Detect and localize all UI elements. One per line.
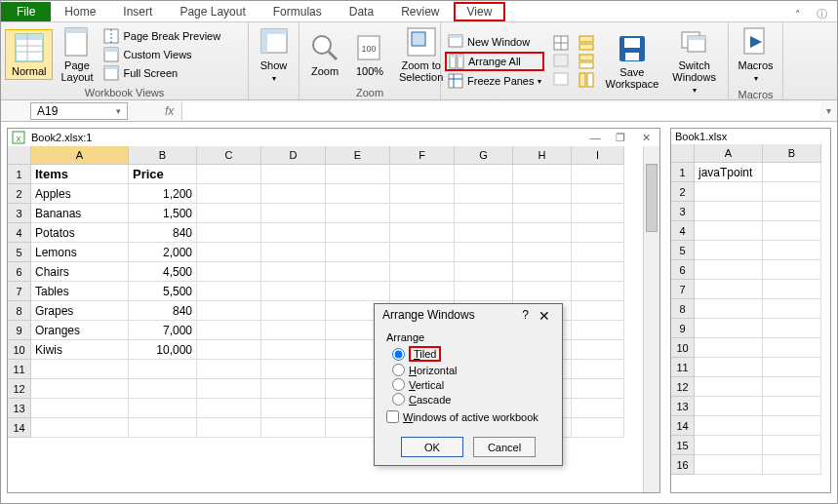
cell[interactable] (326, 204, 390, 223)
cell[interactable]: 2,000 (129, 243, 197, 262)
cell[interactable]: 5,500 (129, 282, 197, 301)
cell[interactable] (455, 262, 513, 282)
custom-views-button[interactable]: Custom Views (100, 46, 223, 63)
cell[interactable] (695, 221, 763, 241)
row-header[interactable]: 13 (8, 399, 31, 418)
cell[interactable]: Bananas (31, 204, 129, 223)
ok-button[interactable]: OK (401, 437, 463, 457)
cell[interactable] (31, 379, 129, 399)
column-header[interactable]: I (572, 146, 624, 165)
row-header[interactable]: 7 (671, 280, 695, 299)
row-header[interactable]: 6 (671, 260, 695, 280)
cell[interactable]: Tables (31, 282, 129, 301)
cell[interactable] (572, 223, 624, 243)
cell[interactable] (695, 358, 763, 377)
new-window-button[interactable]: New Window (445, 33, 544, 51)
row-header[interactable]: 4 (8, 223, 31, 243)
cell[interactable]: Oranges (31, 321, 129, 340)
cell[interactable] (129, 360, 197, 379)
side-by-side-button[interactable] (576, 34, 597, 52)
row-header[interactable]: 9 (8, 321, 31, 340)
arrange-all-button[interactable]: Arrange All (445, 52, 544, 71)
cell[interactable] (261, 399, 326, 418)
cell[interactable] (695, 319, 763, 338)
unhide-button[interactable] (550, 71, 572, 89)
row-header[interactable]: 10 (8, 340, 31, 360)
cell[interactable] (261, 165, 326, 184)
cell[interactable] (572, 301, 624, 321)
cell[interactable] (513, 282, 572, 301)
reset-pos-button[interactable] (576, 71, 597, 89)
radio-cascade-input[interactable] (392, 393, 405, 406)
cell[interactable]: Kiwis (31, 340, 129, 360)
cell[interactable] (31, 399, 129, 418)
cell[interactable] (261, 379, 326, 399)
row-header[interactable]: 8 (8, 301, 31, 321)
radio-tiled[interactable]: Tiled (386, 345, 550, 363)
cell[interactable] (763, 163, 821, 182)
split-button[interactable] (550, 34, 572, 52)
formula-input[interactable] (181, 102, 820, 120)
tab-file[interactable]: File (1, 2, 51, 21)
help-icon[interactable]: ⓘ (807, 7, 837, 21)
tab-view[interactable]: View (454, 2, 506, 21)
cell[interactable] (763, 260, 821, 280)
checkbox-active-workbook-input[interactable] (386, 410, 399, 423)
cell[interactable] (390, 243, 455, 262)
cell[interactable] (129, 379, 197, 399)
radio-cascade[interactable]: Cascade (386, 392, 550, 407)
cell[interactable] (513, 165, 572, 184)
cell[interactable]: 4,500 (129, 262, 197, 282)
row-header[interactable]: 1 (671, 163, 695, 182)
page-layout-view-button[interactable]: Page Layout (55, 24, 99, 85)
cell[interactable] (197, 165, 261, 184)
sync-scroll-button[interactable] (576, 53, 597, 70)
cell[interactable]: Chairs (31, 262, 129, 282)
cell[interactable] (572, 321, 624, 340)
cell[interactable] (326, 184, 390, 204)
cell[interactable] (197, 360, 261, 379)
macros-button[interactable]: Macros▾ (732, 24, 778, 87)
cell[interactable] (572, 340, 624, 360)
cell[interactable]: Potatos (31, 223, 129, 243)
cell[interactable]: Apples (31, 184, 129, 204)
row-header[interactable]: 9 (671, 319, 695, 338)
column-header[interactable]: E (326, 146, 390, 165)
cell[interactable] (572, 262, 624, 282)
cell[interactable] (197, 321, 261, 340)
cell[interactable] (763, 280, 821, 299)
show-button[interactable]: Show ▾ (253, 24, 296, 87)
name-box-dropdown-icon[interactable]: ▾ (116, 106, 121, 116)
dialog-help-button[interactable]: ? (516, 308, 535, 324)
column-header[interactable]: D (261, 146, 326, 165)
fx-icon[interactable]: fx (157, 104, 181, 118)
window-minimize-button[interactable]: — (585, 132, 605, 143)
cell[interactable] (326, 165, 390, 184)
cell[interactable] (695, 397, 763, 416)
cell[interactable] (572, 418, 624, 438)
window-restore-button[interactable]: ❐ (611, 132, 630, 144)
cell[interactable] (31, 360, 129, 379)
save-workspace-button[interactable]: Save Workspace (599, 31, 664, 92)
cell[interactable] (261, 340, 326, 360)
cell[interactable]: javaTpoint (695, 163, 763, 182)
tab-insert[interactable]: Insert (109, 2, 166, 21)
column-header[interactable]: A (31, 146, 129, 165)
row-header[interactable]: 12 (8, 379, 31, 399)
row-header[interactable]: 6 (8, 262, 31, 282)
name-box[interactable]: A19▾ (30, 102, 128, 120)
row-header[interactable]: 2 (671, 182, 695, 202)
cell[interactable] (763, 241, 821, 260)
cell[interactable] (197, 399, 261, 418)
column-header[interactable]: B (129, 146, 197, 165)
cell[interactable] (572, 184, 624, 204)
window-close-button[interactable]: ✕ (636, 132, 656, 144)
cell[interactable] (763, 182, 821, 202)
cell[interactable] (695, 182, 763, 202)
cell[interactable] (197, 379, 261, 399)
cell[interactable] (197, 243, 261, 262)
tab-home[interactable]: Home (51, 2, 109, 21)
cell[interactable] (572, 204, 624, 223)
cell[interactable] (197, 204, 261, 223)
cancel-button[interactable]: Cancel (473, 437, 536, 457)
